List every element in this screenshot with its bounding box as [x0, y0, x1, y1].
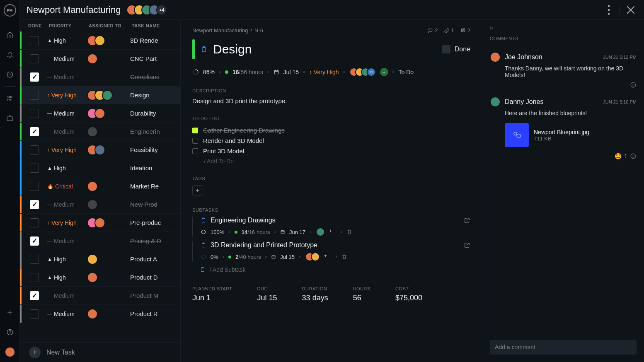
assigned-cell[interactable]	[87, 53, 130, 64]
task-row[interactable]: —Medium Product M	[20, 287, 180, 305]
subtask-title[interactable]: Engineering Drawings	[211, 217, 276, 224]
priority-cell[interactable]: —Medium	[47, 311, 87, 317]
assigned-cell[interactable]	[87, 309, 130, 319]
done-checkbox[interactable]	[30, 200, 39, 209]
add-tag-button[interactable]: +	[192, 185, 203, 196]
task-row[interactable]: ↑Very High Pre-produc	[20, 214, 180, 232]
reaction[interactable]: 🤩1	[505, 153, 637, 159]
priority-cell[interactable]: —Medium	[47, 74, 87, 80]
col-priority[interactable]: PRIORITY	[49, 23, 89, 28]
done-checkbox[interactable]	[30, 218, 39, 227]
todo-checkbox[interactable]	[192, 128, 198, 133]
todo-checkbox[interactable]	[192, 148, 198, 154]
add-icon[interactable]	[0, 302, 20, 322]
priority-cell[interactable]: —Medium	[47, 56, 87, 62]
priority-cell[interactable]: ▲High	[47, 165, 87, 171]
priority-cell[interactable]: —Medium	[47, 238, 87, 244]
collapse-comments-button[interactable]: ››	[490, 25, 637, 31]
task-row[interactable]: ▲High Product A	[20, 250, 180, 268]
assignees[interactable]: +2	[349, 68, 376, 77]
task-row[interactable]: —Medium Pricing & D	[20, 232, 180, 250]
description-text[interactable]: Design and 3D print the prototype.	[192, 97, 470, 104]
assigned-cell[interactable]	[87, 217, 130, 228]
assigned-cell[interactable]	[87, 199, 130, 210]
done-checkbox[interactable]	[30, 127, 39, 136]
links-count[interactable]: 1	[444, 27, 454, 34]
add-subtask-input[interactable]: / Add Subtask	[192, 266, 470, 273]
comments-count[interactable]: 2	[427, 27, 438, 34]
priority-cell[interactable]: ↑Very High	[47, 147, 87, 153]
duration-value[interactable]: 33 days	[302, 294, 328, 302]
project-members[interactable]: +4	[126, 5, 167, 15]
subtask-due[interactable]: Jun 17	[289, 229, 305, 235]
priority-badge[interactable]: ↑ Very High	[309, 69, 339, 75]
cost-value[interactable]: $75,000	[395, 294, 422, 302]
done-checkbox[interactable]	[30, 72, 39, 82]
add-assignee-button[interactable]: +	[329, 228, 337, 236]
open-icon[interactable]	[464, 217, 470, 224]
add-assignee-button[interactable]: +	[324, 253, 332, 261]
task-row[interactable]: —Medium New Prod	[20, 195, 180, 214]
comment-avatar[interactable]	[490, 52, 501, 63]
task-row[interactable]: —Medium Complianc	[20, 68, 180, 86]
assigned-cell[interactable]	[87, 126, 130, 137]
assigned-cell[interactable]	[87, 108, 130, 119]
add-assignee-button[interactable]: +	[380, 68, 388, 76]
briefcase-icon[interactable]	[0, 108, 20, 128]
comment-input[interactable]: Add a comment	[490, 340, 637, 355]
priority-cell[interactable]: —Medium	[47, 201, 87, 208]
app-logo[interactable]: PM	[4, 4, 16, 17]
done-checkbox[interactable]	[30, 54, 39, 63]
due-date[interactable]: Jul 15	[283, 69, 299, 75]
hours-value[interactable]: 56	[353, 294, 370, 302]
todo-item[interactable]: Render and 3D Model	[192, 135, 470, 146]
done-checkbox[interactable]	[30, 255, 39, 264]
task-row[interactable]: —Medium Product R	[20, 305, 180, 323]
task-row[interactable]: 🔥Critical Market Re	[20, 177, 180, 195]
col-assigned[interactable]: ASSIGNED TO	[89, 23, 132, 28]
todo-item[interactable]: Gather Engineering Drawings	[192, 125, 470, 135]
priority-cell[interactable]: —Medium	[47, 128, 87, 135]
done-checkbox[interactable]	[30, 291, 39, 300]
home-icon[interactable]	[0, 25, 20, 45]
done-checkbox[interactable]	[30, 145, 39, 154]
member-overflow[interactable]: +4	[156, 5, 167, 15]
breadcrumb-id[interactable]: N-6	[254, 27, 263, 34]
done-checkbox[interactable]	[30, 164, 39, 173]
help-icon[interactable]	[0, 322, 20, 342]
done-checkbox[interactable]	[30, 36, 39, 45]
assigned-cell[interactable]	[87, 145, 130, 155]
todo-item[interactable]: Print 3D Model	[192, 146, 470, 156]
todo-checkbox[interactable]	[192, 138, 198, 144]
done-toggle[interactable]: Done	[442, 45, 470, 53]
col-name[interactable]: TASK NAME	[132, 23, 175, 28]
subtasks-count[interactable]: 2	[460, 27, 470, 34]
add-reaction-icon[interactable]	[630, 153, 637, 159]
more-icon[interactable]	[602, 3, 615, 17]
comment-author[interactable]: Danny Jones	[505, 98, 543, 106]
task-title[interactable]: Design	[213, 42, 252, 56]
status-label[interactable]: To Do	[398, 69, 414, 75]
priority-cell[interactable]: ▲High	[47, 274, 87, 281]
task-row[interactable]: ▲High Product D	[20, 268, 180, 287]
user-avatar[interactable]	[0, 342, 20, 362]
planned-start-value[interactable]: Jun 1	[192, 294, 232, 302]
trash-icon[interactable]	[341, 254, 347, 260]
done-checkbox[interactable]	[30, 273, 39, 282]
history-icon[interactable]	[0, 65, 20, 84]
priority-cell[interactable]: 🔥Critical	[47, 183, 87, 190]
assigned-cell[interactable]	[87, 272, 130, 283]
priority-cell[interactable]: —Medium	[47, 110, 87, 117]
priority-cell[interactable]: ↑Very High	[47, 92, 87, 99]
attachment[interactable]: Newport Blueprint.jpg711 KB	[505, 123, 637, 147]
due-value[interactable]: Jul 15	[257, 294, 277, 302]
task-row[interactable]: ↑Very High Feasibility	[20, 141, 180, 159]
comment-author[interactable]: Joe Johnson	[505, 53, 542, 61]
people-icon[interactable]	[0, 88, 20, 108]
assigned-cell[interactable]	[87, 254, 130, 265]
priority-cell[interactable]: —Medium	[47, 292, 87, 299]
add-todo-input[interactable]: / Add To Do	[204, 158, 470, 164]
task-row[interactable]: —Medium CNC Part	[20, 50, 180, 68]
col-done[interactable]: DONE	[28, 23, 49, 28]
task-row[interactable]: ▲High Ideation	[20, 159, 180, 177]
